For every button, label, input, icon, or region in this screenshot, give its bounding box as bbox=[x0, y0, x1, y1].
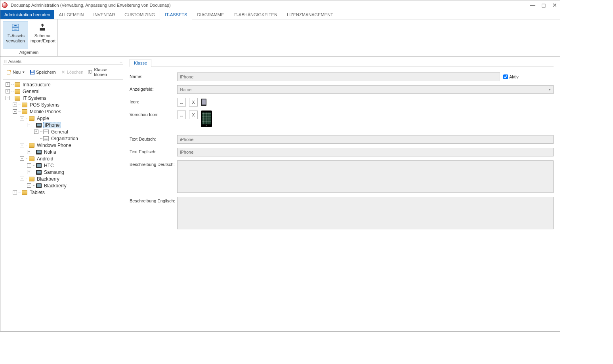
svg-rect-7 bbox=[31, 70, 34, 71]
tab-klasse[interactable]: Klasse bbox=[130, 59, 151, 67]
end-administration-button[interactable]: Administration beenden bbox=[0, 10, 54, 19]
maximize-button[interactable]: ◻ bbox=[540, 2, 547, 8]
row-text-de: Text Deutsch: bbox=[130, 135, 554, 144]
tree-toolbar: Neu ▼ Speichern ✕ Löschen Klasse klonen bbox=[3, 65, 123, 80]
tree-node-mobile-phones[interactable]: −Mobile Phones bbox=[4, 108, 122, 115]
aktiv-checkbox[interactable]: Aktiv bbox=[503, 74, 519, 79]
label-beschr-en: Beschreibung Englisch: bbox=[130, 197, 177, 203]
document-icon bbox=[43, 130, 49, 134]
svg-rect-10 bbox=[90, 70, 92, 73]
tree-node-htc[interactable]: +HTC bbox=[4, 162, 122, 169]
label-text-en: Text Englisch: bbox=[130, 148, 177, 154]
tree-node-iphone[interactable]: −iPhone bbox=[4, 122, 122, 128]
text-en-field[interactable] bbox=[177, 148, 554, 156]
label-name: Name: bbox=[130, 72, 177, 79]
tree-node-iphone-general[interactable]: +General bbox=[4, 128, 122, 135]
window-title: Docusnap Administration (Verwaltung, Anp… bbox=[11, 3, 529, 8]
label-beschr-de: Beschreibung Deutsch: bbox=[130, 160, 177, 167]
row-vorschau-icon: Vorschau Icon: ... X bbox=[130, 111, 554, 127]
tree-node-blackberry-folder[interactable]: −Blackberry bbox=[4, 175, 122, 182]
tree-node-android[interactable]: −Android bbox=[4, 155, 122, 162]
tree-node-it-systems[interactable]: −IT Systems bbox=[4, 95, 122, 101]
label-anzeigefeld: Anzeigefeld: bbox=[130, 85, 177, 91]
tree-node-apple[interactable]: −Apple bbox=[4, 115, 122, 122]
phone-icon bbox=[36, 170, 42, 175]
name-field[interactable] bbox=[177, 72, 500, 81]
dropdown-arrow-icon: ▼ bbox=[22, 71, 25, 74]
tree-node-blackberry[interactable]: +Blackberry bbox=[4, 182, 122, 189]
titlebar: Docusnap Administration (Verwaltung, Anp… bbox=[0, 0, 560, 10]
label-vorschau-icon: Vorschau Icon: bbox=[130, 111, 177, 117]
tab-it-abhaengigkeiten[interactable]: IT-ABHÄNGIGKEITEN bbox=[229, 10, 282, 19]
tab-inventar[interactable]: INVENTAR bbox=[89, 10, 120, 19]
cabinet-icon bbox=[11, 23, 20, 32]
tree-view[interactable]: +Infrastructure +General −IT Systems +PO… bbox=[3, 80, 123, 197]
beschreibung-en-field[interactable] bbox=[177, 197, 554, 229]
tree-node-general[interactable]: +General bbox=[4, 88, 122, 95]
row-text-en: Text Englisch: bbox=[130, 148, 554, 156]
save-button[interactable]: Speichern bbox=[28, 69, 57, 76]
tab-lizenzmanagement[interactable]: LIZENZMANAGEMENT bbox=[282, 10, 338, 19]
row-beschr-de: Beschreibung Deutsch: bbox=[130, 160, 554, 193]
import-export-icon bbox=[38, 23, 47, 32]
left-panel: IT Assets ⟂ Neu ▼ Speichern ✕ bbox=[0, 57, 127, 331]
close-button[interactable]: ✕ bbox=[551, 2, 558, 8]
tab-customizing[interactable]: CUSTOMIZING bbox=[120, 10, 160, 19]
ribbon-group-allgemein: IT-Assetsverwalten SchemaImport/Export A… bbox=[0, 19, 58, 56]
tree-node-iphone-organization[interactable]: Organization bbox=[4, 135, 122, 142]
ribbon-schema-import-export[interactable]: SchemaImport/Export bbox=[30, 21, 55, 49]
row-beschr-en: Beschreibung Englisch: bbox=[130, 197, 554, 229]
label-text-de: Text Deutsch: bbox=[130, 135, 177, 141]
icon-clear-button[interactable]: X bbox=[189, 98, 198, 107]
tab-diagramme[interactable]: DIAGRAMME bbox=[192, 10, 229, 19]
delete-button[interactable]: ✕ Löschen bbox=[59, 69, 85, 76]
detail-tabs: Klasse bbox=[130, 59, 554, 67]
delete-icon: ✕ bbox=[61, 70, 66, 75]
svg-rect-4 bbox=[40, 28, 45, 30]
svg-rect-5 bbox=[7, 70, 10, 74]
svg-rect-8 bbox=[31, 72, 34, 74]
row-name: Name: Aktiv bbox=[130, 72, 554, 81]
new-icon bbox=[6, 70, 11, 75]
tree-node-windows-phone[interactable]: −Windows Phone bbox=[4, 142, 122, 149]
ribbon-it-assets-verwalten[interactable]: IT-Assetsverwalten bbox=[3, 21, 28, 49]
row-anzeigefeld: Anzeigefeld: Name bbox=[130, 85, 554, 94]
icon-preview-small bbox=[201, 99, 206, 106]
phone-icon bbox=[36, 163, 42, 168]
tab-allgemein[interactable]: ALLGEMEIN bbox=[54, 10, 89, 19]
preview-icon-clear-button[interactable]: X bbox=[189, 111, 198, 119]
right-panel: Klasse Name: Aktiv Anzeigefeld: Name Ico… bbox=[127, 57, 560, 331]
row-icon: Icon: ... X bbox=[130, 98, 554, 107]
tab-it-assets[interactable]: IT-ASSETS bbox=[160, 10, 192, 19]
left-panel-header: IT Assets ⟂ bbox=[3, 59, 123, 65]
tree-node-samsung[interactable]: +Samsung bbox=[4, 169, 122, 175]
clone-icon bbox=[88, 70, 93, 75]
tree-node-pos-systems[interactable]: +POS Systems bbox=[4, 101, 122, 108]
text-de-field[interactable] bbox=[177, 135, 554, 144]
phone-icon bbox=[36, 183, 42, 188]
tree-container: Neu ▼ Speichern ✕ Löschen Klasse klonen bbox=[3, 65, 123, 327]
phone-icon bbox=[36, 123, 42, 128]
icon-browse-button[interactable]: ... bbox=[177, 98, 186, 107]
beschreibung-de-field[interactable] bbox=[177, 160, 554, 193]
new-button[interactable]: Neu ▼ bbox=[5, 69, 27, 76]
document-icon bbox=[43, 136, 49, 141]
clone-class-button[interactable]: Klasse klonen bbox=[86, 67, 121, 78]
ribbon-btn-label: SchemaImport/Export bbox=[29, 33, 55, 44]
tree-node-tablets[interactable]: +Tablets bbox=[4, 189, 122, 196]
app-icon bbox=[2, 2, 8, 8]
ribbon: IT-Assetsverwalten SchemaImport/Export A… bbox=[0, 19, 560, 57]
tree-node-infrastructure[interactable]: +Infrastructure bbox=[4, 81, 122, 88]
ribbon-btn-label: IT-Assetsverwalten bbox=[6, 33, 25, 44]
icon-preview-large bbox=[201, 111, 212, 127]
save-icon bbox=[30, 70, 35, 75]
label-icon: Icon: bbox=[130, 98, 177, 104]
pin-icon[interactable]: ⟂ bbox=[120, 59, 122, 64]
content-area: IT Assets ⟂ Neu ▼ Speichern ✕ bbox=[0, 57, 560, 331]
preview-icon-browse-button[interactable]: ... bbox=[177, 111, 186, 119]
ribbon-group-label: Allgemein bbox=[19, 49, 38, 55]
window-controls: — ◻ ✕ bbox=[529, 2, 558, 8]
anzeigefeld-select[interactable]: Name bbox=[177, 85, 554, 94]
minimize-button[interactable]: — bbox=[529, 2, 536, 8]
tree-node-nokia[interactable]: +Nokia bbox=[4, 149, 122, 155]
